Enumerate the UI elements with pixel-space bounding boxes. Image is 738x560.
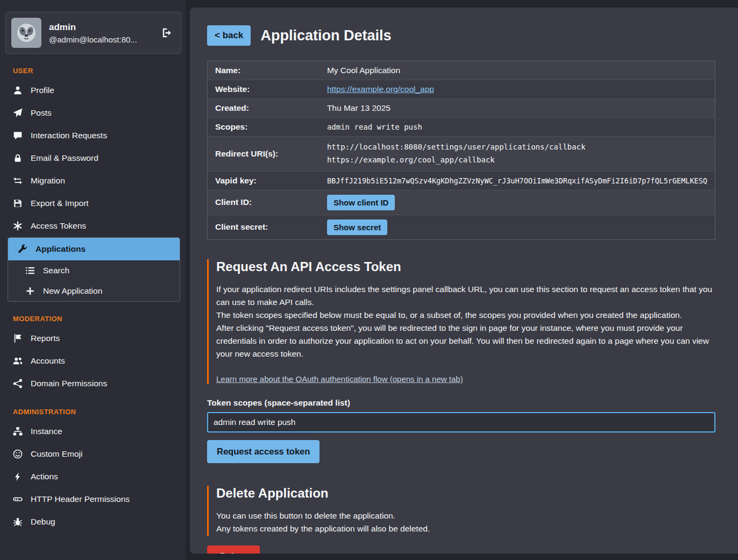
- sidebar-item-export-import[interactable]: Export & Import: [0, 192, 186, 215]
- application-details-table: Name: My Cool Application Website: https…: [207, 61, 715, 240]
- sidebar-item-label: Interaction Requests: [31, 131, 107, 140]
- plus-icon: [25, 286, 35, 296]
- share-nodes-icon: [13, 379, 23, 388]
- delete-section-line: Any tokens created by the application wi…: [216, 522, 715, 536]
- sidebar-item-label: Domain Permissions: [31, 379, 107, 388]
- lock-icon: [13, 153, 23, 163]
- detail-row-client-id: Client ID: Show client ID: [208, 190, 715, 215]
- redirect-uri-2: https://example.org/cool_app/callback: [327, 154, 707, 167]
- detail-value: http://localhost:8080/settings/user/appl…: [320, 137, 715, 172]
- sidebar-section-moderation: MODERATION: [0, 315, 186, 323]
- user-card: admin @admin@localhost:80...: [5, 12, 181, 54]
- show-client-id-button[interactable]: Show client ID: [327, 195, 395, 210]
- sign-out-icon[interactable]: [161, 27, 173, 39]
- sidebar-item-access-tokens[interactable]: Access Tokens: [0, 215, 186, 237]
- sidebar-item-http-header-permissions[interactable]: HTTP Header Permissions: [0, 488, 186, 511]
- detail-label: Website:: [208, 80, 320, 99]
- delete-section-title: Delete Application: [216, 486, 715, 501]
- website-link[interactable]: https://example.org/cool_app: [327, 84, 434, 94]
- user-icon: [13, 86, 23, 95]
- detail-value: https://example.org/cool_app: [320, 80, 715, 99]
- sidebar-item-actions[interactable]: Actions: [0, 465, 186, 488]
- user-handle: @admin@localhost:80...: [49, 35, 154, 44]
- detail-label: Created:: [208, 99, 320, 118]
- exchange-arrows-icon: [13, 176, 23, 186]
- sidebar-item-migration[interactable]: Migration: [0, 169, 186, 192]
- show-secret-button[interactable]: Show secret: [327, 219, 387, 235]
- detail-label: Scopes:: [208, 118, 320, 137]
- sidebar-section-user: USER: [0, 67, 186, 75]
- detail-row-client-secret: Client secret: Show secret: [208, 215, 715, 239]
- bolt-icon: [13, 472, 23, 481]
- sidebar-item-label: Profile: [31, 86, 54, 95]
- comment-icon: [13, 131, 23, 140]
- detail-value: Show secret: [320, 215, 715, 239]
- flag-icon: [13, 334, 23, 343]
- detail-row-website: Website: https://example.org/cool_app: [208, 80, 715, 99]
- delete-application-section: Delete Application You can use this butt…: [207, 486, 715, 536]
- sidebar-item-label: New Application: [43, 286, 102, 296]
- oauth-docs-link[interactable]: Learn more about the OAuth authenticatio…: [216, 374, 463, 384]
- applications-group: Applications Search New Application: [8, 237, 180, 302]
- sidebar-item-posts[interactable]: Posts: [0, 102, 186, 124]
- smiley-icon: [13, 449, 23, 459]
- detail-value: Thu Mar 13 2025: [320, 99, 715, 118]
- sidebar-item-label: Custom Emoji: [31, 449, 82, 459]
- sidebar-item-search[interactable]: Search: [8, 260, 180, 281]
- sidebar-item-reports[interactable]: Reports: [0, 327, 186, 350]
- network-icon: [13, 494, 23, 504]
- list-icon: [25, 266, 35, 275]
- sidebar-item-domain-permissions[interactable]: Domain Permissions: [0, 372, 186, 395]
- detail-label: Client ID:: [208, 190, 320, 215]
- token-request-section: Request An API Access Token If your appl…: [207, 259, 715, 384]
- detail-value: My Cool Application: [320, 61, 715, 80]
- sidebar-item-instance[interactable]: Instance: [0, 420, 186, 443]
- token-scopes-label: Token scopes (space-separated list): [207, 398, 715, 408]
- detail-row-name: Name: My Cool Application: [208, 61, 715, 80]
- username: admin: [49, 22, 154, 33]
- sidebar: admin @admin@localhost:80... USER Profil…: [0, 0, 186, 560]
- sidebar-item-label: Search: [43, 266, 69, 275]
- sidebar-item-label: Reports: [31, 334, 60, 343]
- avatar: [11, 18, 41, 48]
- sidebar-item-custom-emoji[interactable]: Custom Emoji: [0, 443, 186, 465]
- delete-button[interactable]: Delete: [207, 545, 260, 554]
- sitemap-icon: [13, 427, 23, 436]
- app-root: admin @admin@localhost:80... USER Profil…: [0, 0, 738, 560]
- sidebar-item-label: Accounts: [31, 356, 65, 366]
- paper-plane-icon: [13, 108, 23, 118]
- sidebar-item-label: Debug: [31, 517, 55, 527]
- sidebar-item-profile[interactable]: Profile: [0, 79, 186, 102]
- sidebar-item-accounts[interactable]: Accounts: [0, 350, 186, 372]
- certificate-icon: [13, 221, 23, 231]
- detail-value: admin read write push: [320, 118, 715, 137]
- request-access-token-button[interactable]: Request access token: [207, 440, 320, 463]
- token-section-paragraph: The token scopes specified below must be…: [216, 309, 715, 322]
- detail-row-redirect-uris: Redirect URI(s): http://localhost:8080/s…: [208, 137, 715, 172]
- main-panel: < back Application Details Name: My Cool…: [190, 8, 738, 554]
- sidebar-item-label: Instance: [31, 427, 62, 436]
- sidebar-item-new-application[interactable]: New Application: [8, 281, 180, 301]
- sidebar-item-label: Access Tokens: [31, 221, 86, 231]
- detail-label: Vapid key:: [208, 171, 320, 190]
- floppy-disk-icon: [13, 199, 23, 208]
- sidebar-item-applications[interactable]: Applications: [8, 238, 180, 260]
- users-icon: [13, 356, 23, 366]
- wrench-icon: [18, 244, 27, 254]
- sidebar-item-interaction-requests[interactable]: Interaction Requests: [0, 124, 186, 147]
- sidebar-item-label: Migration: [31, 176, 65, 186]
- back-button[interactable]: < back: [207, 25, 251, 46]
- detail-label: Redirect URI(s):: [208, 137, 320, 172]
- sidebar-section-administration: ADMINISTRATION: [0, 408, 186, 416]
- token-scopes-input[interactable]: [207, 412, 715, 433]
- sidebar-item-label: Export & Import: [31, 199, 89, 208]
- sidebar-item-label: Email & Password: [31, 153, 98, 163]
- token-section-paragraph: If your application redirect URIs includ…: [216, 283, 715, 309]
- detail-row-created: Created: Thu Mar 13 2025: [208, 99, 715, 118]
- detail-label: Client secret:: [208, 215, 320, 239]
- detail-value: BBJffJ219b5iE512m7wQSzv4KgKDhgZZVzNyWC_r…: [320, 171, 715, 190]
- page-title: Application Details: [260, 27, 391, 44]
- sidebar-item-debug[interactable]: Debug: [0, 511, 186, 533]
- sidebar-item-email-password[interactable]: Email & Password: [0, 147, 186, 169]
- sidebar-item-label: Actions: [31, 472, 58, 481]
